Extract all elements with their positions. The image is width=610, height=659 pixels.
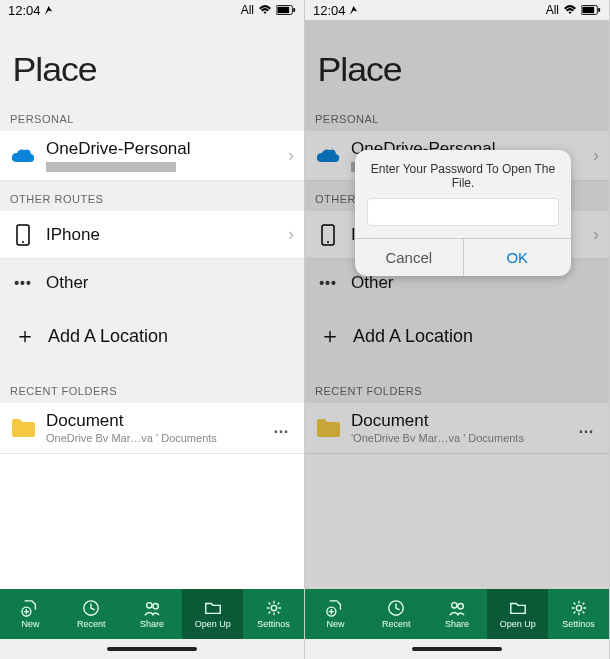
bottom-tab-bar: New Recent Share Open Up Settinos <box>0 589 304 639</box>
location-icon <box>349 6 358 15</box>
svg-point-4 <box>22 241 24 243</box>
chevron-right-icon: › <box>288 224 294 245</box>
svg-point-7 <box>147 603 152 608</box>
plus-icon: ＋ <box>319 321 341 351</box>
recent-folder-path: OneDrive Bv Mar…va ' Documents <box>46 432 259 445</box>
chevron-right-icon: › <box>593 224 599 245</box>
right-panel: 12:04 All Place PERSONAL OneDrive-Person… <box>305 0 610 659</box>
more-icon[interactable]: … <box>269 419 294 437</box>
home-indicator[interactable] <box>107 647 197 651</box>
svg-point-9 <box>271 605 276 610</box>
plus-icon: ＋ <box>14 321 36 351</box>
cancel-button[interactable]: Cancel <box>355 239 464 276</box>
other-label: Other <box>351 273 599 293</box>
status-network-label: All <box>241 3 254 17</box>
onedrive-label: OneDrive-Personal <box>46 139 278 159</box>
recent-folder-row[interactable]: Document 'OneDrive Bv Mar…va ' Documents… <box>305 403 609 454</box>
recent-folder-row[interactable]: Document OneDrive Bv Mar…va ' Documents … <box>0 403 304 454</box>
svg-point-14 <box>327 241 329 243</box>
svg-rect-12 <box>598 8 600 12</box>
tab-new[interactable]: New <box>0 589 61 639</box>
battery-icon <box>276 5 296 15</box>
section-personal-header: PERSONAL <box>305 101 609 131</box>
svg-rect-2 <box>293 8 295 12</box>
add-location-row[interactable]: ＋ Add A Location <box>0 307 304 365</box>
tab-recent[interactable]: Recent <box>366 589 427 639</box>
tab-share[interactable]: Share <box>122 589 183 639</box>
add-location-label: Add A Location <box>353 326 473 347</box>
status-bar: 12:04 All <box>0 0 304 20</box>
page-title: Place <box>0 20 304 101</box>
iphone-label: IPhone <box>46 225 278 245</box>
section-recent-header: RECENT FOLDERS <box>305 373 609 403</box>
left-panel: 12:04 All Place PERSONAL OneDrive-Person… <box>0 0 305 659</box>
more-icon[interactable]: … <box>574 419 599 437</box>
bottom-tab-bar: New Recent Share Open Up Settinos <box>305 589 609 639</box>
home-indicator[interactable] <box>412 647 502 651</box>
iphone-row[interactable]: IPhone › <box>0 211 304 259</box>
tab-open[interactable]: Open Up <box>487 589 548 639</box>
svg-point-19 <box>576 605 581 610</box>
phone-icon <box>10 224 36 246</box>
onedrive-account-redacted <box>46 162 176 172</box>
battery-icon <box>581 5 601 15</box>
tab-recent[interactable]: Recent <box>61 589 122 639</box>
status-time: 12:04 <box>8 3 41 18</box>
tab-share[interactable]: Share <box>427 589 488 639</box>
location-icon <box>44 6 53 15</box>
ellipsis-icon: ••• <box>315 275 341 291</box>
ellipsis-icon: ••• <box>10 275 36 291</box>
chevron-right-icon: › <box>288 145 294 166</box>
add-location-label: Add A Location <box>48 326 168 347</box>
section-recent-header: RECENT FOLDERS <box>0 373 304 403</box>
tab-settings[interactable]: Settinos <box>243 589 304 639</box>
section-personal-header: PERSONAL <box>0 101 304 131</box>
svg-point-8 <box>153 604 158 609</box>
section-other-routes-header: OTHER ROUTES <box>0 181 304 211</box>
dialog-title: Enter Your Password To Open The File. <box>355 150 571 198</box>
svg-rect-11 <box>582 7 594 13</box>
folder-icon <box>315 418 341 438</box>
onedrive-row[interactable]: OneDrive-Personal › <box>0 131 304 181</box>
recent-folder-path: 'OneDrive Bv Mar…va ' Documents <box>351 432 564 445</box>
password-dialog: Enter Your Password To Open The File. Ca… <box>355 150 571 276</box>
phone-icon <box>315 224 341 246</box>
tab-open[interactable]: Open Up <box>182 589 243 639</box>
ok-button[interactable]: OK <box>464 239 572 276</box>
other-row[interactable]: ••• Other <box>0 259 304 307</box>
folder-icon <box>10 418 36 438</box>
svg-rect-1 <box>277 7 289 13</box>
add-location-row[interactable]: ＋ Add A Location <box>305 307 609 365</box>
status-time: 12:04 <box>313 3 346 18</box>
status-network-label: All <box>546 3 559 17</box>
recent-folder-name: Document <box>351 411 564 431</box>
page-title: Place <box>305 20 609 101</box>
chevron-right-icon: › <box>593 145 599 166</box>
onedrive-icon <box>10 148 36 164</box>
password-input[interactable] <box>367 198 559 226</box>
other-label: Other <box>46 273 294 293</box>
svg-point-18 <box>458 604 463 609</box>
tab-new[interactable]: New <box>305 589 366 639</box>
tab-settings[interactable]: Settinos <box>548 589 609 639</box>
wifi-icon <box>563 5 577 15</box>
status-bar: 12:04 All <box>305 0 609 20</box>
onedrive-icon <box>315 148 341 164</box>
wifi-icon <box>258 5 272 15</box>
svg-point-17 <box>452 603 457 608</box>
recent-folder-name: Document <box>46 411 259 431</box>
